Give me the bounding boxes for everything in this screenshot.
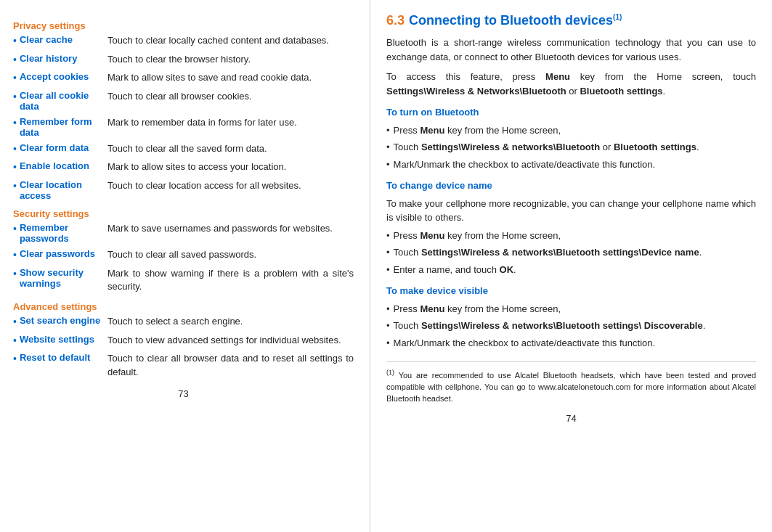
left-page: Privacy settings • Clear cache Touch to …: [0, 0, 370, 532]
setting-row: • Show security warnings Mark to show wa…: [13, 267, 354, 295]
setting-desc: Touch to clear locally cached content an…: [107, 34, 354, 48]
setting-desc: Mark to allow sites to save and read coo…: [107, 71, 354, 85]
bullet-icon: •: [13, 34, 17, 49]
setting-desc: Mark to show warning if there is a probl…: [107, 267, 354, 295]
setting-label-wrap: • Clear location access: [13, 179, 107, 201]
bullet-item: •Mark/Unmark the checkbox to activate/de…: [386, 336, 756, 351]
bullet-text: Touch Settings\Wireless & networks\Bluet…: [394, 245, 756, 260]
intro-para-1: Bluetooth is a short-range wireless comm…: [386, 36, 756, 64]
sub-title-3: To make device visible: [386, 284, 756, 298]
setting-label: Website settings: [20, 334, 114, 348]
bullet-dot: •: [386, 245, 390, 260]
bullet-dot: •: [386, 319, 390, 333]
section-heading-text: Connecting to Bluetooth devices(1): [409, 13, 622, 28]
privacy-settings-list: • Clear cache Touch to clear locally cac…: [13, 34, 354, 201]
setting-desc: Touch to clear all the saved form data.: [107, 142, 354, 156]
setting-label: Set search engine: [20, 315, 114, 330]
setting-row: • Accept cookies Mark to allow sites to …: [13, 71, 354, 86]
bullet-text: Mark/Unmark the checkbox to activate/dea…: [394, 157, 756, 172]
setting-desc: Touch to select a search engine.: [107, 315, 354, 329]
sub3-items: •Press Menu key from the Home screen,•To…: [386, 302, 756, 351]
bullet-item: •Mark/Unmark the checkbox to activate/de…: [386, 157, 756, 172]
bullet-icon: •: [13, 315, 17, 330]
bullet-icon: •: [13, 267, 17, 289]
security-settings-list: • Remember passwords Mark to save userna…: [13, 222, 354, 294]
bullet-item: •Press Menu key from the Home screen,: [386, 229, 756, 243]
bullet-item: •Touch Settings\Wireless & networks\Blue…: [386, 140, 756, 155]
setting-row: • Clear passwords Touch to clear all sav…: [13, 248, 354, 263]
bullet-dot: •: [386, 263, 390, 277]
bullet-item: •Press Menu key from the Home screen,: [386, 302, 756, 316]
setting-desc: Touch to clear location access for all w…: [107, 179, 354, 193]
setting-row: • Clear history Touch to clear the brows…: [13, 53, 354, 67]
setting-row: • Website settings Touch to view advance…: [13, 334, 354, 348]
right-page-number: 74: [386, 413, 756, 424]
bullet-icon: •: [13, 179, 17, 201]
bullet-icon: •: [13, 90, 17, 112]
setting-desc: Touch to clear all browser data and to r…: [107, 352, 354, 380]
footnote: (1) You are recommended to use Alcatel B…: [386, 361, 756, 404]
setting-label: Clear cache: [20, 34, 114, 49]
bullet-dot: •: [386, 302, 390, 316]
setting-label: Show security warnings: [20, 267, 114, 289]
bullet-item: •Touch Settings\Wireless & networks\Blue…: [386, 319, 756, 333]
bullet-icon: •: [13, 334, 17, 348]
setting-row: • Reset to default Touch to clear all br…: [13, 352, 354, 380]
setting-label: Remember form data: [20, 116, 114, 138]
security-settings-title: Security settings: [13, 208, 354, 219]
setting-row: • Clear cache Touch to clear locally cac…: [13, 34, 354, 49]
right-page: 6.3 Connecting to Bluetooth devices(1) B…: [370, 0, 772, 532]
setting-label-wrap: • Enable location: [13, 160, 107, 175]
setting-desc: Touch to clear all browser cookies.: [107, 90, 354, 104]
setting-label-wrap: • Website settings: [13, 334, 107, 348]
setting-label-wrap: • Clear cache: [13, 34, 107, 49]
bullet-dot: •: [386, 140, 390, 155]
setting-label-wrap: • Accept cookies: [13, 71, 107, 86]
left-page-number: 73: [13, 388, 354, 399]
bullet-icon: •: [13, 160, 17, 175]
sub2-items: •Press Menu key from the Home screen,•To…: [386, 229, 756, 277]
bullet-dot: •: [386, 157, 390, 172]
setting-label: Remember passwords: [20, 222, 114, 244]
setting-row: • Remember form data Mark to remember da…: [13, 116, 354, 138]
setting-desc: Mark to remember data in forms for later…: [107, 116, 354, 130]
setting-label-wrap: • Clear all cookie data: [13, 90, 107, 112]
setting-label: Clear passwords: [20, 248, 114, 263]
setting-row: • Clear all cookie data Touch to clear a…: [13, 90, 354, 112]
setting-row: • Clear form data Touch to clear all the…: [13, 142, 354, 157]
sub1-items: •Press Menu key from the Home screen,•To…: [386, 123, 756, 172]
bullet-icon: •: [13, 71, 17, 86]
setting-label: Clear history: [20, 53, 114, 67]
bullet-text: Press Menu key from the Home screen,: [394, 302, 756, 316]
bullet-icon: •: [13, 222, 17, 244]
privacy-settings-title: Privacy settings: [13, 20, 354, 31]
bullet-text: Touch Settings\Wireless & networks\Bluet…: [394, 140, 756, 155]
setting-desc: Mark to save usernames and passwords for…: [107, 222, 354, 236]
section-number: 6.3: [386, 13, 405, 28]
bullet-text: Mark/Unmark the checkbox to activate/dea…: [394, 336, 756, 351]
setting-label-wrap: • Clear passwords: [13, 248, 107, 263]
footnote-number: (1): [386, 369, 394, 376]
footnote-text: You are recommended to use Alcatel Bluet…: [386, 371, 756, 403]
setting-desc: Touch to clear the browser history.: [107, 53, 354, 67]
bullet-icon: •: [13, 53, 17, 67]
bullet-dot: •: [386, 123, 390, 138]
bullet-dot: •: [386, 336, 390, 351]
bullet-icon: •: [13, 116, 17, 138]
sub-title-1: To turn on Bluetooth: [386, 105, 756, 120]
setting-row: • Enable location Mark to allow sites to…: [13, 160, 354, 175]
setting-label: Reset to default: [20, 352, 114, 367]
bullet-icon: •: [13, 352, 17, 367]
advanced-settings-title: Advanced settings: [13, 301, 354, 312]
setting-label-wrap: • Clear form data: [13, 142, 107, 157]
setting-label: Clear form data: [20, 142, 114, 157]
bullet-item: •Touch Settings\Wireless & networks\Blue…: [386, 245, 756, 260]
setting-label-wrap: • Show security warnings: [13, 267, 107, 289]
setting-label-wrap: • Remember form data: [13, 116, 107, 138]
bullet-text: Press Menu key from the Home screen,: [394, 123, 756, 138]
bullet-item: •Enter a name, and touch OK.: [386, 263, 756, 277]
setting-desc: Touch to view advanced settings for indi…: [107, 334, 354, 348]
bullet-item: •Press Menu key from the Home screen,: [386, 123, 756, 138]
bullet-text: Press Menu key from the Home screen,: [394, 229, 756, 243]
sub-title-2: To change device name: [386, 179, 756, 193]
